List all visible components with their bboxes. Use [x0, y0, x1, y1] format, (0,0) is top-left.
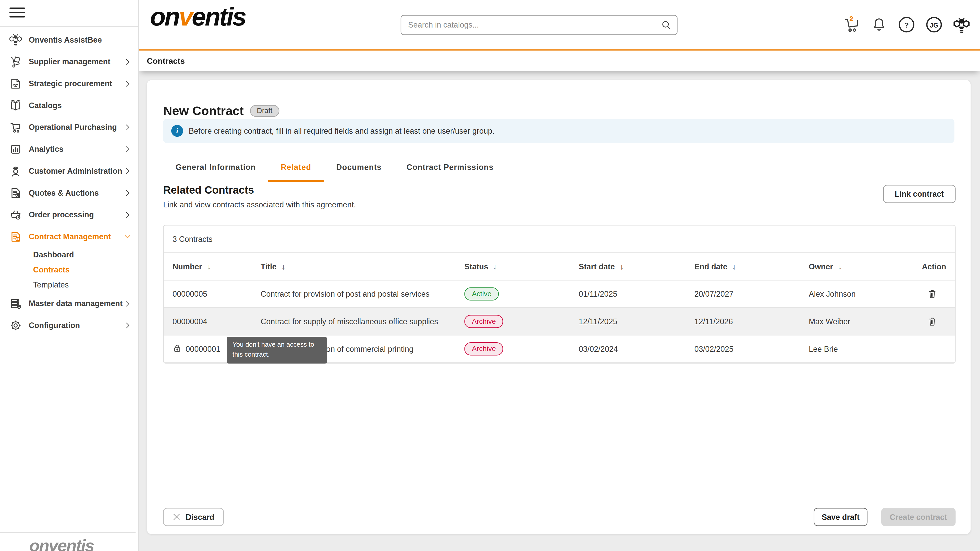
chevron-right-icon [123, 188, 132, 197]
sort-desc-icon[interactable]: ↓ [282, 262, 285, 271]
chevron-right-icon [123, 299, 132, 308]
column-header-end-date[interactable]: End date↓ [686, 262, 800, 271]
sidebar-item-label: Strategic procurement [29, 79, 123, 88]
sidebar-item-master-data-management[interactable]: Master data management [0, 292, 138, 314]
breadcrumb-bar: Contracts [139, 51, 980, 71]
sidebar-item-label: Order processing [29, 210, 123, 219]
cart-count-badge: 2 [850, 15, 853, 22]
create-contract-button[interactable]: Create contract [881, 508, 956, 526]
sort-desc-icon[interactable]: ↓ [620, 262, 624, 271]
contract-number: 00000005 [164, 289, 252, 298]
basket-clock-icon [9, 208, 22, 221]
tabs: General Information Related Documents Co… [163, 156, 506, 182]
tab-general-information[interactable]: General Information [163, 156, 268, 182]
user-avatar[interactable]: JG [926, 16, 942, 33]
delete-icon[interactable] [927, 288, 938, 300]
bar-chart-icon [9, 142, 22, 156]
info-banner: i Before creating contract, fill in all … [163, 119, 954, 143]
sidebar-footer-logo: onventis [29, 537, 94, 551]
section-title: Related Contracts [163, 184, 254, 197]
help-icon[interactable]: ? [898, 16, 915, 33]
delete-icon[interactable] [927, 316, 938, 327]
sort-desc-icon[interactable]: ↓ [732, 262, 736, 271]
contract-owner: Max Weiber [800, 317, 913, 326]
chevron-right-icon [123, 123, 132, 131]
sidebar-item-analytics[interactable]: Analytics [0, 138, 138, 160]
column-header-number[interactable]: Number↓ [164, 262, 252, 271]
contract-end-date: 03/02/2025 [686, 345, 800, 353]
sidebar-subitem-contracts[interactable]: Contracts [0, 262, 138, 278]
tab-documents[interactable]: Documents [324, 156, 394, 182]
cart-icon[interactable]: 2 [843, 16, 860, 33]
contract-owner: Alex Johnson [800, 289, 913, 298]
status-badge-archive: Archive [465, 315, 504, 328]
sidebar-item-label: Configuration [29, 321, 123, 330]
sidebar-item-label: Catalogs [29, 101, 132, 110]
status-badge: Draft [250, 105, 279, 117]
search-icon[interactable] [661, 19, 672, 30]
sidebar-item-supplier-management[interactable]: Supplier management [0, 51, 138, 73]
sidebar-item-catalogs[interactable]: Catalogs [0, 94, 138, 116]
sidebar-item-label: Operational Purchasing [29, 123, 123, 131]
sidebar-item-order-processing[interactable]: Order processing [0, 203, 138, 225]
discard-button[interactable]: Discard [163, 508, 224, 526]
breadcrumb[interactable]: Contracts [147, 56, 185, 65]
column-header-title[interactable]: Title↓ [252, 262, 455, 271]
main-column: onventis 2 ? JG [139, 0, 980, 551]
info-icon: i [171, 125, 183, 137]
onventis-logo[interactable]: onventis [150, 3, 245, 32]
contract-start-date: 03/02/2024 [570, 345, 686, 353]
notifications-bell-icon[interactable] [870, 16, 887, 33]
contract-number: 00000004 [164, 317, 252, 326]
sort-desc-icon[interactable]: ↓ [493, 262, 497, 271]
sidebar-item-quotes-auctions[interactable]: Quotes & Auctions [0, 182, 138, 204]
column-header-owner[interactable]: Owner↓ [800, 262, 913, 271]
chevron-right-icon [123, 321, 132, 330]
sidebar-item-configuration[interactable]: Configuration [0, 314, 138, 336]
status-badge-active: Active [465, 287, 499, 300]
contract-owner: Lee Brie [800, 345, 913, 353]
tab-related[interactable]: Related [268, 156, 324, 182]
contract-management-submenu: Dashboard Contracts Templates [0, 248, 138, 292]
save-draft-button[interactable]: Save draft [814, 508, 868, 526]
sidebar-item-strategic-procurement[interactable]: Strategic procurement [0, 73, 138, 94]
header-icons: 2 ? JG [843, 0, 970, 49]
document-section-icon: § [9, 230, 22, 243]
assistbee-icon[interactable] [953, 16, 970, 33]
column-header-start-date[interactable]: Start date↓ [570, 262, 686, 271]
column-header-status[interactable]: Status↓ [455, 262, 570, 271]
chevron-right-icon [123, 79, 132, 88]
contract-end-date: 12/11/2026 [686, 317, 800, 326]
sidebar-item-customer-administration[interactable]: Customer Administration [0, 160, 138, 182]
sort-desc-icon[interactable]: ↓ [207, 262, 211, 271]
section-subtitle: Link and view contracts associated with … [163, 200, 356, 209]
contract-title: Contract for supply of miscellaneous off… [252, 317, 455, 326]
link-contract-button[interactable]: Link contract [883, 185, 956, 203]
sidebar-item-assistbee[interactable]: Onventis AssistBee [0, 29, 138, 51]
chevron-right-icon [123, 144, 132, 153]
hamburger-menu-icon[interactable] [10, 7, 25, 17]
sidebar-item-label: Contract Management [29, 232, 123, 241]
sidebar-divider [0, 26, 138, 27]
sidebar-subitem-templates[interactable]: Templates [0, 277, 138, 292]
sidebar-item-operational-purchasing[interactable]: Operational Purchasing [0, 116, 138, 138]
search-input[interactable] [401, 15, 678, 35]
status-badge-archive: Archive [465, 342, 504, 355]
sidebar-item-contract-management[interactable]: § Contract Management [0, 225, 138, 248]
catalog-search [401, 15, 678, 35]
contracts-count: 3 Contracts [172, 235, 213, 243]
svg-text:§: § [17, 237, 18, 240]
sidebar-item-label: Supplier management [29, 57, 123, 66]
open-book-icon [9, 98, 22, 112]
content-area: New Contract Draft i Before creating con… [139, 71, 980, 551]
table-row[interactable]: 00000004 Contract for supply of miscella… [164, 308, 955, 335]
sidebar-item-label: Quotes & Auctions [29, 188, 123, 197]
tab-contract-permissions[interactable]: Contract Permissions [394, 156, 506, 182]
contract-card: New Contract Draft i Before creating con… [147, 80, 971, 534]
sidebar-subitem-dashboard[interactable]: Dashboard [0, 248, 138, 262]
sidebar-item-label: Master data management [29, 299, 123, 308]
table-row[interactable]: 00000005 Contract for provision of post … [164, 281, 955, 308]
sort-desc-icon[interactable]: ↓ [838, 262, 842, 271]
chevron-right-icon [123, 57, 132, 66]
contract-start-date: 01/11/2025 [570, 289, 686, 298]
